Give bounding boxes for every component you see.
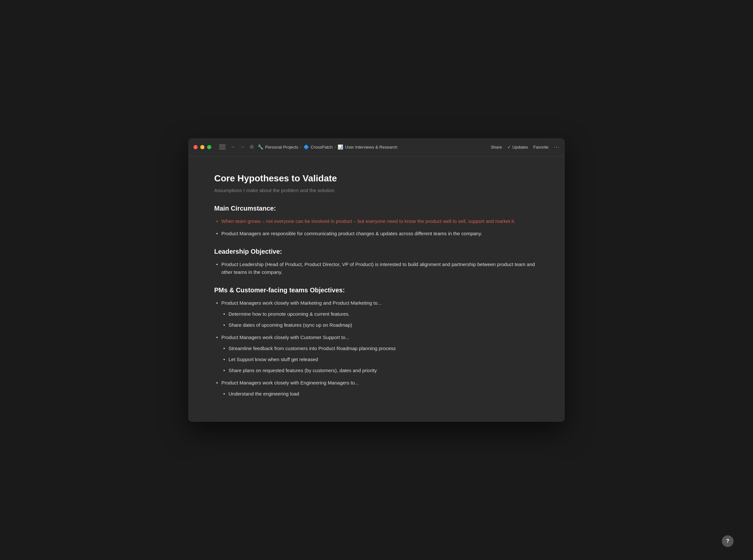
breadcrumb: 🔧 Personal Projects / 🔷 CrossPatch / 📊 U… [258,144,491,149]
sub-list-item: Let Support know when stuff get released [221,356,539,363]
minimize-button[interactable] [200,145,204,149]
leadership-list: Product Leadership (Head of Product, Pro… [214,261,539,276]
maximize-button[interactable] [207,145,211,149]
sub-list-item: Determine how to promote upcoming & curr… [221,310,539,318]
main-content: Core Hypotheses to Validate Assumptions … [188,156,565,422]
nav-arrows: ← → [230,143,246,151]
list-item: Product Leadership (Head of Product, Pro… [214,261,539,276]
sub-list-item: Share dates of upcoming features (sync u… [221,321,539,329]
personal-projects-icon: 🔧 [258,144,263,149]
list-item-text: Product Managers work closely with Marke… [221,300,382,306]
more-button[interactable]: ··· [554,144,559,151]
settings-icon[interactable]: ⚙ [250,144,254,150]
list-item-text: Product Managers work closely with Custo… [221,335,349,340]
list-item: Product Managers work closely with Marke… [214,299,539,329]
app-window: ← → ⚙ 🔧 Personal Projects / 🔷 CrossPatch… [188,138,565,422]
list-item-text: Product Managers work closely with Engin… [221,380,359,385]
sub-list-item: Understand the engineering load [221,390,539,398]
breadcrumb-sep-2: / [335,145,336,149]
breadcrumb-user-interviews-label: User Interviews & Research [345,145,397,149]
share-button[interactable]: Share [491,145,502,149]
forward-button[interactable]: → [239,143,246,151]
titlebar-actions: Share ✓ Updates Favorite ··· [491,144,559,151]
close-button[interactable] [194,145,198,149]
traffic-lights [194,145,211,149]
sub-list-item: Share plans on requested features (by cu… [221,367,539,375]
section-heading-main-circumstance: Main Circumstance: [214,205,539,212]
updates-check-icon: ✓ [507,145,511,149]
back-button[interactable]: ← [230,143,237,151]
crosspatch-icon: 🔷 [303,144,309,149]
sub-list: Determine how to promote upcoming & curr… [221,310,539,329]
list-item: Product Managers are responsible for com… [214,230,539,238]
breadcrumb-sep-1: / [300,145,301,149]
favorite-button[interactable]: Favorite [533,145,549,149]
breadcrumb-user-interviews[interactable]: 📊 User Interviews & Research [338,144,397,149]
user-interviews-icon: 📊 [338,144,343,149]
titlebar: ← → ⚙ 🔧 Personal Projects / 🔷 CrossPatch… [188,138,565,156]
page-title: Core Hypotheses to Validate [214,173,539,184]
section-heading-pms: PMs & Customer-facing teams Objectives: [214,286,539,294]
breadcrumb-crosspatch-label: CrossPatch [311,145,333,149]
sidebar-toggle[interactable] [219,145,225,149]
breadcrumb-personal-projects[interactable]: 🔧 Personal Projects [258,144,298,149]
updates-button[interactable]: ✓ Updates [507,145,528,149]
sub-list-item: Streamline feedback from customers into … [221,344,539,352]
list-item: Product Managers work closely with Custo… [214,334,539,375]
sub-list: Understand the engineering load [221,390,539,398]
main-circumstance-list: When team grows – not everyone can be in… [214,217,539,238]
breadcrumb-crosspatch[interactable]: 🔷 CrossPatch [303,144,333,149]
list-item: When team grows – not everyone can be in… [214,217,539,225]
updates-label: Updates [513,145,528,149]
breadcrumb-personal-projects-label: Personal Projects [265,145,298,149]
sub-list: Streamline feedback from customers into … [221,344,539,375]
list-item: Product Managers work closely with Engin… [214,379,539,398]
section-heading-leadership: Leadership Objective: [214,248,539,255]
pms-list: Product Managers work closely with Marke… [214,299,539,398]
page-subtitle: Assumptions I make about the problem and… [214,187,539,193]
